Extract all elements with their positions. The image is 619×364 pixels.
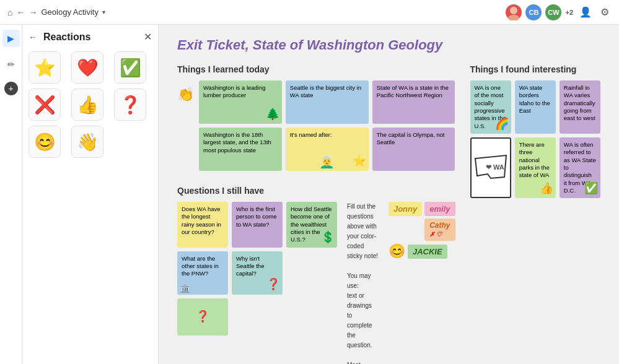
sticky-emoji-q3: 💲 (321, 230, 335, 245)
sticky-text: Who is the first person to come to WA st… (236, 206, 276, 228)
people-icon[interactable]: 👤 (577, 4, 594, 20)
svg-text:❤ WA: ❤ WA (486, 163, 504, 171)
forward-icon[interactable]: → (29, 7, 37, 17)
sticky-int-1[interactable]: WA is one of the most socially progressi… (470, 80, 511, 134)
sticky-int-2[interactable]: WA state borders Idaho to the East (515, 80, 556, 134)
sticky-learned-6[interactable]: The capital is Olympa, not Seattle (372, 128, 455, 171)
question-emoji: ❓ (196, 310, 209, 324)
name-tag-cathy: Cathy✗ ♡ (424, 219, 455, 241)
sticky-text: Why isn't Seattle the capital? (236, 255, 264, 277)
svg-point-0 (510, 7, 517, 14)
questions-sub2: text or drawings to complete the questio… (347, 291, 379, 350)
home-icon[interactable]: ⌂ (7, 7, 12, 17)
content-left: Things I learned today 👏 Washington is a… (177, 64, 455, 364)
reactions-header: ← Reactions ✕ (29, 31, 152, 43)
avatar-3: CW (545, 4, 561, 20)
sticky-learned-2[interactable]: Seattle is the biggest city in WA state (286, 80, 369, 124)
reactions-panel: ← Reactions ✕ ⭐ ❤️ ✅ ❌ 👍 ❓ 😊 👋 (22, 25, 159, 364)
document-title: Geology Activity (41, 7, 99, 17)
sticky-emoji-int5: 👍 (540, 181, 553, 196)
title-dropdown-icon[interactable]: ▾ (102, 9, 105, 15)
avatar-1 (506, 4, 522, 20)
extra-avatar-count: +2 (565, 9, 573, 16)
sticky-wa-map[interactable]: ❤ WA (470, 137, 511, 198)
sticky-learned-4[interactable]: Washington is the 18th largest state, an… (199, 128, 282, 171)
questions-stickies: Does WA have the longest rainy season in… (177, 202, 337, 336)
wa-state-svg: ❤ WA (472, 152, 509, 183)
content-right: Things I found interesting WA is one of … (470, 64, 601, 364)
sticky-int-5[interactable]: There are three national parks in the st… (515, 137, 556, 198)
sticky-q5[interactable]: Why isn't Seattle the capital? ❓ (232, 251, 283, 295)
sticky-text: There are three national parks in the st… (519, 141, 550, 178)
sticky-q2[interactable]: Who is the first person to come to WA st… (232, 202, 283, 248)
add-tool[interactable]: + (4, 82, 18, 95)
reactions-grid: ⭐ ❤️ ✅ ❌ 👍 ❓ 😊 👋 (29, 51, 152, 158)
reaction-check[interactable]: ✅ (114, 51, 146, 84)
sticky-text: Washington is the 18th largest state, an… (203, 131, 271, 154)
learned-notes-row: 👏 Washington is a leading lumber produce… (177, 80, 455, 177)
reaction-wave[interactable]: 👋 (71, 126, 103, 158)
questions-text: Fill out the questions above with your c… (347, 202, 379, 364)
reaction-question[interactable]: ❓ (114, 89, 146, 121)
name-tag-emily: emily (424, 202, 455, 216)
name-tags-row2: Cathy✗ ♡ (424, 219, 455, 241)
sticky-emoji-1: 🌲 (266, 107, 279, 121)
sticky-q6-empty[interactable]: ❓ (177, 298, 228, 336)
reactions-back-button[interactable]: ← (29, 32, 37, 42)
questions-layout: Does WA have the longest rainy season in… (177, 202, 455, 364)
sticky-text: Rainfall in WA varies dramatically going… (564, 84, 595, 121)
sticky-q3[interactable]: How did Seattle become one of the wealth… (286, 202, 337, 248)
sticky-text: WA state borders Idaho to the East (519, 84, 550, 114)
sticky-emoji-int6: ✅ (584, 181, 598, 196)
questions-sub1: You may use: (347, 271, 379, 291)
questions-section: Questions I still have Does WA have the … (177, 186, 455, 364)
cursor-tool[interactable]: ▶ (2, 30, 20, 47)
clapping-emoji: 👏 (177, 87, 194, 103)
learned-grid: Washington is a leading lumber producer … (199, 80, 455, 171)
name-tags-row3: 😊 JACKIE (389, 243, 447, 259)
questions-sub3: Most importantly, have fun! (347, 360, 379, 364)
sticky-emoji-int1: 🌈 (495, 117, 509, 131)
sticky-emoji-5: ⭐ (353, 154, 366, 168)
sticky-int-6[interactable]: WA is often referred to as WA State to d… (560, 137, 600, 198)
reactions-title: Reactions (43, 32, 90, 43)
reaction-smile[interactable]: 😊 (29, 126, 61, 158)
svg-point-1 (508, 15, 519, 20)
settings-icon[interactable]: ⚙ (598, 4, 612, 20)
titlebar: ⌂ ← → Geology Activity ▾ CB CW +2 👤 ⚙ (0, 0, 619, 25)
sticky-text: The capital is Olympa, not Seattle (377, 131, 445, 145)
titlebar-right: CB CW +2 👤 ⚙ (506, 4, 612, 20)
sticky-q4[interactable]: What are the other states in the PNW? 🏛️ (177, 251, 228, 295)
sticky-text: It's named after: (290, 131, 332, 138)
name-tag-jackie: JACKIE (408, 245, 447, 259)
reactions-close-button[interactable]: ✕ (144, 31, 152, 43)
left-toolbar: ▶ ✏ + (0, 25, 22, 364)
back-icon[interactable]: ← (16, 7, 25, 17)
page-title: Exit Ticket, State of Washington Geology (177, 37, 600, 53)
name-tag-jonny: Jonny (389, 202, 422, 216)
sticky-learned-3[interactable]: State of WA is a state in the Pacific No… (372, 80, 455, 124)
interesting-grid: WA is one of the most socially progressi… (470, 80, 601, 198)
sticky-int-3[interactable]: Rainfall in WA varies dramatically going… (560, 80, 600, 134)
sticky-learned-1[interactable]: Washington is a leading lumber producer … (199, 80, 282, 124)
questions-instruction: Fill out the questions above with your c… (347, 202, 379, 261)
reaction-star[interactable]: ⭐ (29, 51, 61, 84)
reaction-x[interactable]: ❌ (29, 89, 61, 121)
questions-row1: Does WA have the longest rainy season in… (177, 202, 337, 248)
canvas-area: Exit Ticket, State of Washington Geology… (159, 25, 619, 364)
sticky-text: State of WA is a state in the Pacific No… (377, 84, 449, 98)
sticky-learned-5[interactable]: It's named after: ⭐ 👨‍🦳 (286, 128, 369, 171)
sticky-text: Seattle is the biggest city in WA state (290, 84, 361, 98)
pen-tool[interactable]: ✏ (2, 56, 20, 73)
sticky-emoji-q5: ❓ (266, 277, 280, 292)
reaction-thumbsup[interactable]: 👍 (71, 89, 103, 121)
main-layout: ▶ ✏ + ← Reactions ✕ ⭐ ❤️ ✅ ❌ 👍 ❓ 😊 👋 Exi… (0, 25, 619, 364)
sticky-q1[interactable]: Does WA have the longest rainy season in… (177, 202, 228, 248)
avatar-2: CB (525, 4, 542, 20)
reaction-heart[interactable]: ❤️ (71, 51, 103, 84)
learned-section-header: Things I learned today (177, 64, 455, 74)
name-tags-area: Jonny emily Cathy✗ ♡ 😊 JACKIE (389, 202, 455, 259)
sticky-text: What are the other states in the PNW? (182, 255, 219, 277)
questions-row2: What are the other states in the PNW? 🏛️… (177, 251, 337, 336)
content-columns: Things I learned today 👏 Washington is a… (177, 64, 600, 364)
